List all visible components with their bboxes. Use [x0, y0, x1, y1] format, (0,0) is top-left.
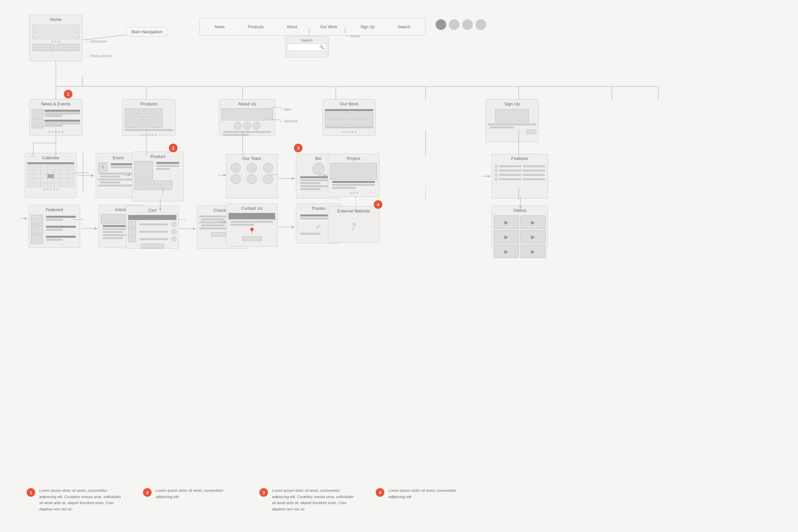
nav-signup[interactable]: Sign Up	[360, 25, 375, 29]
video-thumb: ▶	[494, 230, 519, 243]
intro-label: Intro	[280, 108, 291, 111]
nav-search[interactable]: Search	[398, 25, 410, 29]
legend-item-2: 2 Lorem ipsum dolor sit amet, consectetu…	[143, 488, 240, 512]
product-box: Product	[132, 152, 184, 202]
svg-marker-57	[291, 226, 295, 228]
svg-marker-65	[519, 206, 522, 209]
social-circles	[436, 19, 486, 30]
news-events-title: News & Events	[30, 99, 82, 108]
svg-marker-51	[224, 174, 227, 176]
cart-checkout-arrow	[179, 225, 196, 232]
legend-text-3: Lorem ipsum dolor sit amet, consectetur …	[272, 488, 356, 512]
social-circle-1	[436, 19, 446, 30]
featured-article-arrow	[81, 225, 98, 232]
products-dots	[123, 134, 175, 136]
svg-marker-39	[91, 174, 94, 177]
search-icon: 🔍	[320, 45, 324, 50]
svg-marker-41	[25, 217, 28, 220]
svg-marker-53	[291, 177, 295, 180]
our-team-arrow	[218, 172, 227, 178]
connections-svg	[0, 0, 798, 532]
contact-thanks-arrow	[278, 224, 295, 230]
legend: 1 Lorem ipsum dolor sit amet, consectetu…	[26, 488, 758, 512]
cal-event-arrow	[78, 172, 94, 179]
legend-item-3: 3 Lorem ipsum dolor sit amet, consectetu…	[259, 488, 356, 512]
dot	[58, 41, 60, 42]
right-arrow: ›	[75, 29, 77, 35]
features-videos-arrow	[517, 196, 524, 209]
svg-marker-55	[224, 221, 227, 223]
nav-our-work[interactable]: Our Work	[320, 25, 337, 29]
project-arrow	[319, 172, 327, 178]
sign-up-box: Sign Up	[486, 99, 539, 142]
contact-us-box: Contact Us 📍	[226, 204, 278, 247]
our-work-title: Our Work	[323, 99, 375, 108]
promo-block	[32, 44, 55, 51]
our-work-dots	[323, 131, 375, 133]
featured-box: Featured	[28, 205, 80, 248]
nav-about[interactable]: About	[287, 25, 297, 29]
contact-us-title: Contact Us	[226, 204, 277, 212]
calendar-box: Calendar	[25, 153, 76, 198]
team-bio-arrow	[278, 175, 295, 182]
dot	[52, 41, 54, 42]
slideshow-label: Slideshow	[87, 39, 107, 43]
svg-marker-61	[355, 210, 357, 213]
news-dots	[30, 131, 82, 133]
legend-badge-2: 2	[143, 488, 152, 497]
products-title: Products	[123, 99, 175, 108]
video-thumb: ▶	[494, 245, 519, 258]
promo-block	[57, 44, 79, 51]
home-title: Home	[30, 15, 82, 23]
contact-arrow	[218, 218, 227, 225]
left-arrow: ‹	[35, 29, 36, 35]
about-us-box: About Us	[219, 99, 275, 136]
main-canvas: Home ‹ › Slideshow Promo blocks Main Nav…	[0, 0, 798, 532]
video-thumb: ▶	[520, 245, 546, 258]
legend-text-4: Lorem ipsum dolor sit amet, consectetur …	[388, 488, 472, 512]
nav-bar: News Products About Our Work Sign Up Sea…	[200, 18, 425, 36]
promo-blocks	[32, 44, 79, 51]
video-thumb: ▶	[520, 230, 546, 243]
badge-1: 1	[64, 90, 73, 98]
social-circle-4	[475, 19, 486, 30]
slideshow-dots	[30, 41, 82, 42]
nav-label-text: Main Navigation	[131, 29, 162, 34]
our-team-title: Our Team	[226, 154, 277, 162]
legend-item-4: 4 Lorem ipsum dolor sit amet, consectetu…	[376, 488, 472, 512]
product-title: Product	[132, 152, 183, 160]
nav-products[interactable]: Products	[248, 25, 263, 29]
services-label: Services	[280, 119, 298, 123]
legend-badge-1: 1	[26, 488, 35, 497]
video-thumb: ▶	[520, 215, 546, 229]
nav-news[interactable]: News	[215, 25, 225, 29]
calendar-grid	[27, 165, 74, 187]
products-box: Products	[122, 99, 175, 136]
legend-text-2: Lorem ipsum dolor sit amet, consectetur …	[156, 488, 240, 512]
project-external-arrow	[353, 197, 359, 213]
svg-marker-43	[94, 227, 98, 230]
home-box: Home ‹ ›	[29, 15, 82, 61]
cart-box: Cart	[126, 206, 179, 249]
badge-3: 3	[294, 144, 303, 152]
featured-arrow	[19, 215, 28, 222]
featured-title: Featured	[29, 205, 80, 213]
project-box: Project	[328, 154, 379, 197]
our-work-box: Our Work	[323, 99, 376, 136]
svg-marker-63	[488, 175, 491, 177]
dot	[55, 41, 57, 42]
search-input-area[interactable]: 🔍	[288, 43, 326, 51]
slideshow-area: ‹ ›	[32, 25, 79, 39]
calendar-title: Calendar	[25, 153, 76, 162]
search-dropdown-label: Search	[288, 38, 326, 42]
legend-item-1: 1 Lorem ipsum dolor sit amet, consectetu…	[26, 488, 123, 512]
legend-badge-4: 4	[376, 488, 384, 497]
videos-grid: ▶ ▶ ▶ ▶ ▶ ▶	[494, 215, 546, 258]
sign-up-title: Sign Up	[486, 99, 538, 108]
our-team-box: Our Team	[226, 154, 278, 198]
social-circle-2	[449, 19, 459, 30]
legend-badge-3: 3	[259, 488, 268, 497]
svg-marker-49	[193, 227, 196, 230]
project-title: Project	[328, 154, 379, 162]
features-title: Features	[492, 154, 548, 162]
